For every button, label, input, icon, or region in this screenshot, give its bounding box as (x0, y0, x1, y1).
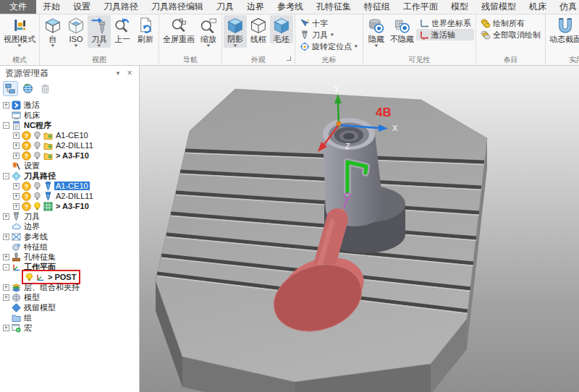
shading-button[interactable]: 阴影 ▼ (224, 15, 247, 48)
tree-item-ncprog-a1-ce10[interactable]: + ? A1-CE10 (2, 130, 139, 140)
rotation-anchor-item[interactable]: 旋转定位点 ▼ (297, 41, 361, 52)
undraw-all-item[interactable]: 全部取消绘制 (478, 29, 544, 41)
panel-close-icon[interactable]: × (125, 69, 134, 77)
expand-icon[interactable]: + (13, 193, 20, 200)
dynamic-section-button[interactable]: 动态截面 (547, 15, 579, 43)
crosshair-cursor-item[interactable]: 十字 (297, 17, 361, 29)
explorer-web-button[interactable] (21, 82, 35, 95)
wireframe-button[interactable]: 线框 (247, 15, 270, 43)
ribbon-group-appearance: 阴影 ▼ 线框 毛坯 外观 (222, 14, 295, 65)
expand-icon[interactable]: + (13, 142, 20, 149)
expand-icon[interactable]: + (3, 234, 9, 240)
hide-button[interactable]: 隐藏 ▼ (365, 15, 388, 48)
viewport-3d[interactable]: Y X Z 4B (140, 66, 579, 392)
unhide-button[interactable]: 不隐藏 (388, 15, 416, 43)
question-badge-icon: ? (22, 182, 31, 191)
expand-icon[interactable]: + (13, 183, 20, 189)
dropdown-arrow-icon: ▼ (232, 43, 238, 48)
tree-item-tools[interactable]: + 刀具 (2, 211, 139, 221)
tool-view-button[interactable]: 刀具 ▼ (88, 15, 111, 48)
question-badge-icon: ? (22, 141, 31, 150)
tree-item-models[interactable]: + 模型 (2, 292, 139, 302)
tool-cursor-item[interactable]: 刀具 ▼ (297, 29, 361, 41)
tree-item-workplane-post[interactable]: > POST (2, 272, 139, 282)
tree-item-groups[interactable]: 组 (2, 312, 139, 323)
tree-item-toolpaths[interactable]: - 刀具路径 (2, 171, 139, 181)
dropdown-arrow-icon: ▼ (17, 43, 22, 48)
coins-undraw-icon (481, 30, 491, 40)
wireframe-cube-icon (249, 17, 268, 35)
expand-icon[interactable]: + (3, 284, 9, 291)
tab-stock-model[interactable]: 残留模型 (475, 0, 523, 14)
expand-icon[interactable]: + (13, 132, 20, 139)
tree-item-feature-groups[interactable]: 特征组 (2, 242, 139, 252)
tree-item-ncprog-a2-dill11[interactable]: + ? A2-DILL11 (2, 140, 139, 150)
annotation-4b: 4B (376, 106, 392, 119)
tree-item-ncprog-a3-f10[interactable]: + ? > A3-F10 (2, 150, 139, 161)
expand-icon[interactable]: + (3, 213, 9, 220)
tree-item-toolpath-a2-dill11[interactable]: + ? A2-DILL11 (2, 191, 139, 201)
tree-item-levels-and-sets[interactable]: + 层、组合和夹持 (2, 282, 139, 292)
tab-workplane[interactable]: 工作平面 (397, 0, 444, 14)
axis-origin (337, 122, 341, 126)
refresh-icon (136, 17, 155, 35)
draw-all-item[interactable]: 绘制所有 (478, 17, 544, 29)
dropdown-arrow-icon: ▼ (206, 43, 211, 48)
dropdown-arrow-icon: ▼ (329, 33, 335, 37)
active-axis-toggle[interactable]: 激活轴 (416, 29, 474, 41)
nc-program-icon (12, 121, 21, 130)
expand-icon[interactable]: + (13, 203, 20, 210)
tab-simulation[interactable]: 仿真 (553, 0, 579, 14)
appearance-dialog-launcher[interactable] (287, 56, 292, 62)
tab-reference-line[interactable]: 参考线 (271, 0, 310, 14)
redraw-all-button[interactable]: 全屏重画 (161, 15, 197, 43)
stock-button[interactable]: 毛坯 (270, 15, 293, 43)
expand-icon[interactable]: + (13, 153, 20, 159)
tree-item-machine[interactable]: 机床 (2, 110, 139, 120)
stock-model-icon (12, 303, 21, 312)
expand-icon[interactable]: + (3, 102, 9, 108)
expand-icon[interactable]: + (3, 325, 9, 331)
tree-item-toolpath-a1-ce10[interactable]: + ? A1-CE10 (2, 181, 139, 191)
bulb-on-icon (25, 273, 34, 282)
previous-view-button[interactable]: 上一 (111, 15, 134, 43)
tab-hole-feature-set[interactable]: 孔特征集 (310, 0, 358, 14)
tree-item-stock-models[interactable]: 残留模型 (2, 302, 139, 312)
tree-item-reference-lines[interactable]: + 参考线 (2, 231, 139, 242)
collapse-icon[interactable]: - (3, 264, 9, 270)
collapse-icon[interactable]: - (3, 122, 9, 129)
shaded-cube-icon (226, 17, 245, 35)
tree-item-toolpath-a3-f10[interactable]: + ? > A3-F10 (2, 201, 139, 211)
tab-start[interactable]: 开始 (36, 0, 67, 14)
panel-dropdown-icon[interactable]: ▼ (114, 70, 122, 77)
view-mode-button[interactable]: 视图模式 ▼ (1, 15, 38, 48)
collapse-icon[interactable]: - (3, 173, 9, 179)
expand-icon[interactable]: + (3, 294, 9, 301)
menu-bar: 文件 开始 设置 刀具路径 刀具路径编辑 刀具 边界 参考线 孔特征集 特征组 … (0, 0, 579, 14)
tab-machine[interactable]: 机床 (523, 0, 553, 14)
tree-item-boundary[interactable]: 边界 (2, 221, 139, 231)
explorer-delete-button[interactable] (38, 82, 52, 95)
tab-boundary[interactable]: 边界 (240, 0, 271, 14)
tab-feature-group[interactable]: 特征组 (358, 0, 397, 14)
view-from-button[interactable]: 自 ▼ (41, 15, 64, 48)
tab-tool[interactable]: 刀具 (210, 0, 240, 14)
tree-item-setup[interactable]: 设置 (2, 161, 139, 171)
world-cs-toggle[interactable]: 世界坐标系 (416, 17, 474, 29)
tab-file[interactable]: 文件 (0, 0, 36, 14)
tree-item-macros[interactable]: + 宏 (2, 323, 139, 333)
tab-toolpath[interactable]: 刀具路径 (97, 0, 145, 14)
iso-view-button[interactable]: ISO ▼ (64, 15, 88, 48)
tree-item-hole-feature-sets[interactable]: + 孔特征集 (2, 252, 139, 262)
tree-item-activate[interactable]: + 激活 (2, 100, 139, 110)
boundary-cloud-icon (12, 222, 21, 231)
zoom-button[interactable]: 缩放 ▼ (197, 15, 220, 48)
pattern-icon (43, 202, 53, 211)
refresh-button[interactable]: 刷新 (134, 15, 157, 43)
explorer-tree-view-button[interactable] (4, 82, 17, 95)
tree-item-nc-programs[interactable]: - NC程序 (2, 120, 139, 130)
tab-toolpath-edit[interactable]: 刀具路径编辑 (145, 0, 210, 14)
tab-setup[interactable]: 设置 (67, 0, 97, 14)
expand-icon[interactable]: + (3, 254, 9, 260)
tab-model[interactable]: 模型 (444, 0, 475, 14)
